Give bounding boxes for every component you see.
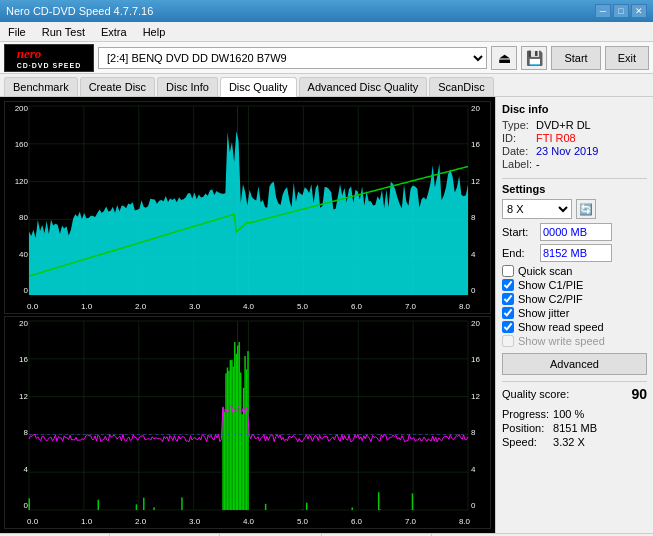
speed-value: 3.32 X [553,436,647,448]
quality-score-label: Quality score: [502,388,569,400]
chart2-canvas [5,317,490,528]
c2pif-label: Show C2/PIF [518,293,583,305]
read-speed-checkbox[interactable] [502,321,514,333]
settings-refresh-button[interactable]: 🔄 [576,199,596,219]
quality-score-value: 90 [631,386,647,402]
type-value: DVD+R DL [536,119,647,131]
c2pif-checkbox[interactable] [502,293,514,305]
speed-row: 8 X 🔄 [502,199,647,219]
start-row: Start: [502,223,647,241]
checkbox-write-speed: Show write speed [502,335,647,347]
end-input[interactable] [540,244,612,262]
advanced-button[interactable]: Advanced [502,353,647,375]
read-speed-label: Show read speed [518,321,604,333]
chart1-canvas [5,102,490,313]
label-value: - [536,158,647,170]
quick-scan-checkbox[interactable] [502,265,514,277]
toolbar: nero CD·DVD SPEED [2:4] BENQ DVD DD DW16… [0,42,653,74]
speed-label: Speed: [502,436,549,448]
checkbox-c1pie: Show C1/PIE [502,279,647,291]
chart2-y-left: 20 16 12 8 4 0 [6,319,28,510]
chart2-y-right: 20 16 12 8 4 0 [471,319,489,510]
tab-scandisc[interactable]: ScanDisc [429,77,493,96]
date-label: Date: [502,145,532,157]
exit-button[interactable]: Exit [605,46,649,70]
title-bar: Nero CD-DVD Speed 4.7.7.16 ─ □ ✕ [0,0,653,22]
title-bar-title: Nero CD-DVD Speed 4.7.7.16 [6,5,153,17]
start-label: Start: [502,226,536,238]
type-label: Type: [502,119,532,131]
tabs: Benchmark Create Disc Disc Info Disc Qua… [0,74,653,97]
charts-area: 200 160 120 80 40 0 20 16 12 8 4 0 0.0 1… [0,97,495,533]
position-label: Position: [502,422,549,434]
menu-help[interactable]: Help [139,24,170,40]
checkbox-read-speed: Show read speed [502,321,647,333]
end-row: End: [502,244,647,262]
tab-disc-info[interactable]: Disc Info [157,77,218,96]
id-label: ID: [502,132,532,144]
checkbox-jitter: Show jitter [502,307,647,319]
eject-button[interactable]: ⏏ [491,46,517,70]
right-panel: Disc info Type: DVD+R DL ID: FTI R08 Dat… [495,97,653,533]
progress-grid: Progress: 100 % Position: 8151 MB Speed:… [502,408,647,448]
c1pie-label: Show C1/PIE [518,279,583,291]
main-content: 200 160 120 80 40 0 20 16 12 8 4 0 0.0 1… [0,97,653,533]
nero-logo: nero CD·DVD SPEED [4,44,94,72]
tab-disc-quality[interactable]: Disc Quality [220,77,297,97]
tab-create-disc[interactable]: Create Disc [80,77,155,96]
settings-title: Settings [502,183,647,195]
menu-run-test[interactable]: Run Test [38,24,89,40]
progress-label: Progress: [502,408,549,420]
disc-info-title: Disc info [502,103,647,115]
write-speed-checkbox [502,335,514,347]
tab-benchmark[interactable]: Benchmark [4,77,78,96]
jitter-checkbox[interactable] [502,307,514,319]
c1pie-checkbox[interactable] [502,279,514,291]
tab-advanced-disc-quality[interactable]: Advanced Disc Quality [299,77,428,96]
disc-info-grid: Type: DVD+R DL ID: FTI R08 Date: 23 Nov … [502,119,647,170]
quality-score-row: Quality score: 90 [502,386,647,402]
speed-select[interactable]: 8 X [502,199,572,219]
menu-bar: File Run Test Extra Help [0,22,653,42]
progress-value: 100 % [553,408,647,420]
close-button[interactable]: ✕ [631,4,647,18]
id-value: FTI R08 [536,132,647,144]
menu-extra[interactable]: Extra [97,24,131,40]
checkbox-c2pif: Show C2/PIF [502,293,647,305]
chart1-y-right: 20 16 12 8 4 0 [471,104,489,295]
maximize-button[interactable]: □ [613,4,629,18]
checkbox-quick-scan: Quick scan [502,265,647,277]
jitter-label: Show jitter [518,307,569,319]
end-label: End: [502,247,536,259]
save-button[interactable]: 💾 [521,46,547,70]
chart1-y-left: 200 160 120 80 40 0 [6,104,28,295]
chart1-x-axis: 0.0 1.0 2.0 3.0 4.0 5.0 6.0 7.0 8.0 [27,302,470,311]
write-speed-label: Show write speed [518,335,605,347]
label-label: Label: [502,158,532,170]
quick-scan-label: Quick scan [518,265,572,277]
start-button[interactable]: Start [551,46,600,70]
minimize-button[interactable]: ─ [595,4,611,18]
title-bar-controls: ─ □ ✕ [595,4,647,18]
start-input[interactable] [540,223,612,241]
chart2-x-axis: 0.0 1.0 2.0 3.0 4.0 5.0 6.0 7.0 8.0 [27,517,470,526]
position-value: 8151 MB [553,422,647,434]
drive-select[interactable]: [2:4] BENQ DVD DD DW1620 B7W9 [98,47,487,69]
menu-file[interactable]: File [4,24,30,40]
date-value: 23 Nov 2019 [536,145,647,157]
